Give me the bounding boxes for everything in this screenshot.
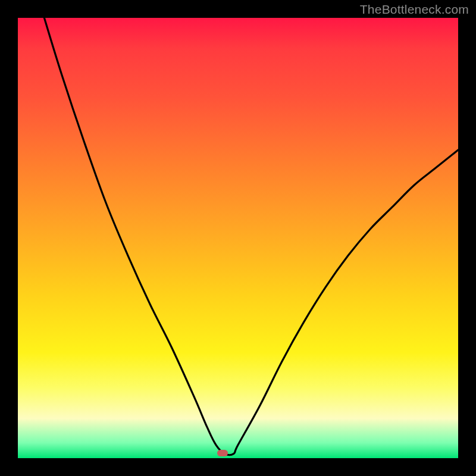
bottleneck-curve	[18, 18, 458, 458]
watermark-text: TheBottleneck.com	[360, 2, 469, 17]
chart-frame: TheBottleneck.com	[0, 0, 476, 476]
plot-area	[18, 18, 458, 458]
optimum-marker	[217, 450, 228, 456]
curve-path	[44, 18, 458, 455]
